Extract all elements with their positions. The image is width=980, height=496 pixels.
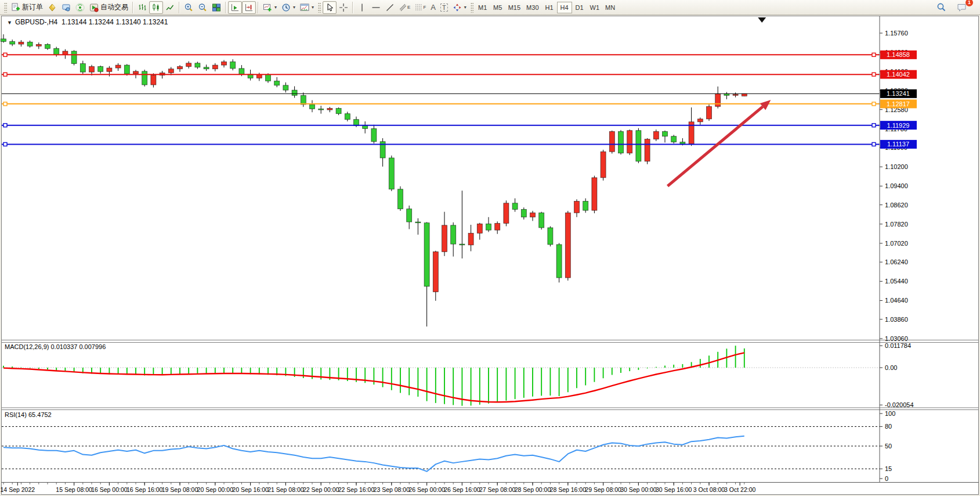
price-tick-label: 1.09400 [885, 182, 908, 189]
line-anchor[interactable] [3, 102, 7, 106]
line-anchor[interactable] [872, 142, 876, 146]
price-tick-label: 1.08620 [885, 202, 908, 209]
candle-up [256, 75, 262, 78]
rsi-axis-label: 80 [885, 423, 892, 430]
time-tick-label: 15 Sep 08:00 [56, 486, 92, 493]
macd-indicator-label: MACD(12,26,9) 0.010337 0.007996 [5, 343, 106, 350]
candle-up [653, 131, 659, 139]
macd-pane: 0.0117840.00-0.020054 [2, 342, 914, 408]
price-tick-label: 1.07020 [885, 240, 908, 247]
line-anchor[interactable] [3, 53, 7, 56]
time-tick-label: 23 Sep 08:00 [374, 486, 410, 493]
candle-down [274, 81, 280, 85]
price-tick-label: 1.07820 [885, 221, 908, 228]
candle-up [495, 224, 500, 231]
candle-up [151, 75, 156, 85]
time-tick-label: 19 Sep 08:00 [162, 486, 198, 493]
macd-axis-label: 0.00 [885, 364, 897, 371]
candle-down [80, 64, 85, 72]
candle-down [460, 244, 465, 245]
candle-up [89, 67, 95, 73]
candle-up [468, 233, 473, 245]
line-anchor[interactable] [872, 102, 876, 106]
chart-symbol: GBPUSD-,H4 [15, 18, 57, 26]
candle-up [574, 201, 580, 213]
time-tick-label: 30 Sep 00:00 [620, 486, 657, 493]
chart-dropdown-icon[interactable]: ▼ [7, 20, 12, 26]
time-tick-label: 26 Sep 16:00 [444, 486, 480, 493]
price-badge-label: 1.14042 [887, 71, 910, 78]
candle-up [565, 213, 570, 278]
price-tick-label: 1.05440 [885, 278, 908, 285]
candlesticks [1, 34, 747, 326]
candle-up [627, 131, 632, 153]
candle-up [645, 139, 650, 161]
line-anchor[interactable] [872, 124, 876, 127]
time-tick-label: 29 Sep 08:00 [585, 486, 621, 493]
candle-down [548, 228, 553, 245]
time-tick-label: 20 Sep 16:00 [232, 486, 269, 493]
candle-down [124, 65, 129, 74]
candle-down [663, 131, 668, 136]
macd-value-signal: 0.007996 [79, 343, 106, 350]
candle-up [178, 67, 183, 69]
candle-up [504, 203, 509, 224]
line-anchor[interactable] [3, 73, 7, 76]
candle-up [742, 94, 747, 96]
candle-down [680, 142, 685, 144]
down-arrow-marker[interactable] [758, 17, 766, 23]
time-tick-label: 16 Sep 16:00 [126, 486, 163, 493]
horizontal-lines[interactable]: 1.148581.140421.132411.128171.119291.111… [2, 51, 917, 149]
candle-down [204, 67, 209, 69]
time-tick-label: 27 Sep 08:00 [479, 486, 516, 493]
time-tick-label: 22 Sep 16:00 [338, 486, 375, 493]
price-badge-label: 1.13241 [887, 90, 910, 97]
rsi-axis-label: 15 [885, 465, 892, 472]
candle-down [671, 136, 677, 142]
candle-down [292, 90, 297, 95]
line-anchor[interactable] [3, 124, 7, 127]
line-anchor[interactable] [872, 73, 876, 76]
macd-value-main: 0.010337 [50, 343, 77, 350]
rsi-axis-label: 50 [885, 443, 892, 450]
candle-down [310, 105, 315, 109]
time-tick-label: 26 Sep 00:00 [408, 486, 445, 493]
rsi-pane: 1008050150 [2, 410, 895, 482]
candle-up [222, 62, 227, 65]
candle-down [556, 245, 562, 278]
price-tick-label: 1.03860 [885, 316, 908, 323]
candle-up [212, 65, 218, 69]
candle-up [601, 152, 606, 178]
mt4-terminal: 新订单 自动交易 [0, 0, 980, 496]
rsi-value: 65.4752 [28, 411, 52, 418]
time-tick-label: 20 Sep 00:00 [197, 486, 234, 493]
candle-down [45, 44, 50, 48]
time-tick-label: 28 Sep 16:00 [550, 486, 587, 493]
candle-up [609, 131, 614, 152]
candle-down [195, 63, 200, 67]
candle-up [186, 63, 191, 67]
candle-up [36, 44, 41, 46]
candle-down [521, 210, 526, 217]
price-tick-label: 1.10200 [885, 163, 908, 170]
candle-up [442, 225, 447, 252]
line-anchor[interactable] [3, 142, 7, 146]
candle-up [115, 65, 121, 68]
line-anchor[interactable] [872, 53, 876, 56]
rsi-axis-label: 100 [885, 410, 895, 417]
price-tick-label: 1.15760 [885, 30, 908, 37]
candle-down [266, 75, 271, 81]
candle-up [592, 178, 597, 210]
rsi-axis-label: 0 [885, 475, 888, 482]
time-tick-label: 16 Sep 00:00 [91, 486, 128, 493]
time-tick-label: 22 Sep 00:00 [303, 486, 339, 493]
chart-ohlc: 1.13144 1.13244 1.13140 1.13241 [62, 18, 168, 26]
candle-down [371, 128, 377, 141]
rsi-indicator-label: RSI(14) 65.4752 [5, 411, 52, 418]
time-axis: 14 Sep 202215 Sep 08:0016 Sep 00:0016 Se… [1, 483, 756, 493]
time-tick-label: 28 Sep 00:00 [515, 486, 551, 493]
time-tick-label: 3 Oct 22:00 [724, 486, 755, 493]
candle-up [433, 251, 438, 292]
candle-up [733, 95, 738, 96]
candle-up [530, 213, 536, 217]
